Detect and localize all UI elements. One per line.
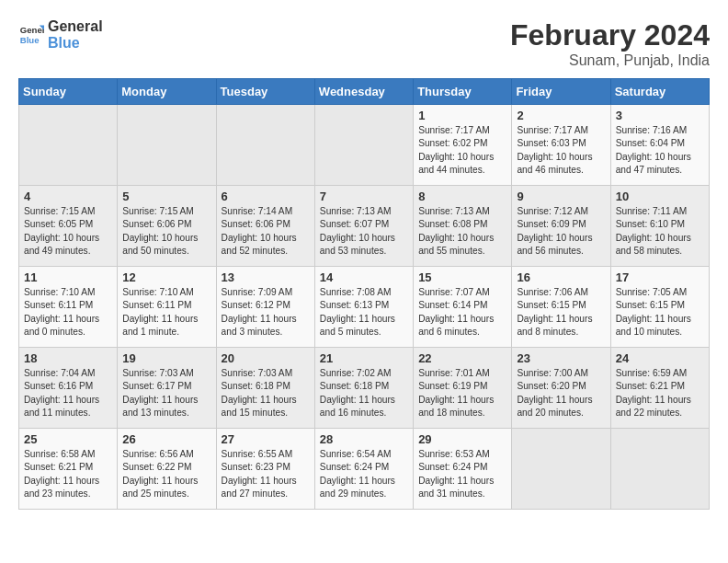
day-content: Sunrise: 6:55 AM Sunset: 6:23 PM Dayligh…: [222, 448, 310, 500]
day-content: Sunrise: 6:59 AM Sunset: 6:21 PM Dayligh…: [616, 367, 704, 419]
column-header-wednesday: Wednesday: [314, 79, 413, 105]
title-block: February 2024 Sunam, Punjab, India: [510, 18, 710, 69]
day-number: 23: [517, 351, 605, 365]
calendar-cell: [19, 105, 118, 186]
day-content: Sunrise: 7:09 AM Sunset: 6:12 PM Dayligh…: [222, 286, 310, 339]
day-content: Sunrise: 7:17 AM Sunset: 6:02 PM Dayligh…: [418, 124, 506, 177]
column-header-thursday: Thursday: [414, 79, 512, 105]
calendar-cell: [314, 105, 413, 186]
calendar-cell: 16Sunrise: 7:06 AM Sunset: 6:15 PM Dayli…: [512, 267, 610, 348]
day-number: 10: [616, 190, 704, 203]
calendar-cell: 25Sunrise: 6:58 AM Sunset: 6:21 PM Dayli…: [19, 429, 118, 510]
column-header-tuesday: Tuesday: [216, 79, 314, 105]
day-number: 24: [616, 351, 704, 365]
day-number: 3: [616, 109, 704, 122]
day-number: 27: [222, 432, 310, 446]
calendar-header-row: SundayMondayTuesdayWednesdayThursdayFrid…: [19, 79, 710, 105]
day-number: 1: [418, 109, 506, 122]
calendar-cell: 27Sunrise: 6:55 AM Sunset: 6:23 PM Dayli…: [216, 429, 314, 510]
day-content: Sunrise: 7:17 AM Sunset: 6:03 PM Dayligh…: [517, 124, 605, 177]
calendar-cell: 3Sunrise: 7:16 AM Sunset: 6:04 PM Daylig…: [610, 105, 709, 186]
day-content: Sunrise: 6:53 AM Sunset: 6:24 PM Dayligh…: [418, 448, 506, 500]
day-number: 28: [320, 432, 408, 446]
day-content: Sunrise: 7:05 AM Sunset: 6:15 PM Dayligh…: [616, 286, 704, 339]
calendar-cell: 9Sunrise: 7:12 AM Sunset: 6:09 PM Daylig…: [512, 186, 610, 267]
calendar-cell: 23Sunrise: 7:00 AM Sunset: 6:20 PM Dayli…: [512, 348, 610, 429]
day-number: 25: [24, 432, 112, 446]
calendar-table: SundayMondayTuesdayWednesdayThursdayFrid…: [18, 78, 710, 510]
calendar-week-row: 25Sunrise: 6:58 AM Sunset: 6:21 PM Dayli…: [19, 429, 710, 510]
calendar-cell: 22Sunrise: 7:01 AM Sunset: 6:19 PM Dayli…: [414, 348, 512, 429]
subtitle: Sunam, Punjab, India: [510, 52, 710, 69]
day-number: 15: [418, 270, 506, 284]
day-content: Sunrise: 7:03 AM Sunset: 6:18 PM Dayligh…: [222, 367, 310, 419]
day-content: Sunrise: 7:13 AM Sunset: 6:08 PM Dayligh…: [418, 205, 506, 258]
main-title: February 2024: [510, 18, 710, 52]
day-number: 5: [122, 190, 210, 203]
day-number: 13: [222, 270, 310, 284]
calendar-cell: 17Sunrise: 7:05 AM Sunset: 6:15 PM Dayli…: [610, 267, 709, 348]
calendar-cell: 15Sunrise: 7:07 AM Sunset: 6:14 PM Dayli…: [414, 267, 512, 348]
day-content: Sunrise: 7:14 AM Sunset: 6:06 PM Dayligh…: [222, 205, 310, 258]
day-content: Sunrise: 7:15 AM Sunset: 6:06 PM Dayligh…: [122, 205, 210, 258]
calendar-cell: 8Sunrise: 7:13 AM Sunset: 6:08 PM Daylig…: [414, 186, 512, 267]
calendar-week-row: 1Sunrise: 7:17 AM Sunset: 6:02 PM Daylig…: [19, 105, 710, 186]
calendar-week-row: 18Sunrise: 7:04 AM Sunset: 6:16 PM Dayli…: [19, 348, 710, 429]
day-number: 8: [418, 190, 506, 203]
day-content: Sunrise: 7:03 AM Sunset: 6:17 PM Dayligh…: [122, 367, 210, 419]
day-content: Sunrise: 6:58 AM Sunset: 6:21 PM Dayligh…: [24, 448, 112, 500]
day-content: Sunrise: 7:12 AM Sunset: 6:09 PM Dayligh…: [517, 205, 605, 258]
calendar-cell: 6Sunrise: 7:14 AM Sunset: 6:06 PM Daylig…: [216, 186, 314, 267]
calendar-cell: 4Sunrise: 7:15 AM Sunset: 6:05 PM Daylig…: [19, 186, 118, 267]
day-content: Sunrise: 7:02 AM Sunset: 6:18 PM Dayligh…: [320, 367, 408, 419]
calendar-cell: [610, 429, 709, 510]
logo-line2: Blue: [48, 35, 103, 52]
day-number: 6: [222, 190, 310, 203]
day-number: 11: [24, 270, 112, 284]
calendar-week-row: 11Sunrise: 7:10 AM Sunset: 6:11 PM Dayli…: [19, 267, 710, 348]
calendar-cell: 18Sunrise: 7:04 AM Sunset: 6:16 PM Dayli…: [19, 348, 118, 429]
calendar-cell: 26Sunrise: 6:56 AM Sunset: 6:22 PM Dayli…: [118, 429, 216, 510]
day-number: 22: [418, 351, 506, 365]
calendar-cell: 21Sunrise: 7:02 AM Sunset: 6:18 PM Dayli…: [314, 348, 413, 429]
column-header-monday: Monday: [118, 79, 216, 105]
day-number: 12: [122, 270, 210, 284]
day-content: Sunrise: 7:07 AM Sunset: 6:14 PM Dayligh…: [418, 286, 506, 339]
column-header-friday: Friday: [512, 79, 610, 105]
day-number: 21: [320, 351, 408, 365]
day-number: 26: [122, 432, 210, 446]
column-header-saturday: Saturday: [610, 79, 709, 105]
day-content: Sunrise: 7:08 AM Sunset: 6:13 PM Dayligh…: [320, 286, 408, 339]
logo-line1: General: [48, 18, 103, 35]
day-number: 14: [320, 270, 408, 284]
day-content: Sunrise: 7:11 AM Sunset: 6:10 PM Dayligh…: [616, 205, 704, 258]
day-number: 2: [517, 109, 605, 122]
calendar-cell: 20Sunrise: 7:03 AM Sunset: 6:18 PM Dayli…: [216, 348, 314, 429]
calendar-cell: 24Sunrise: 6:59 AM Sunset: 6:21 PM Dayli…: [610, 348, 709, 429]
day-content: Sunrise: 7:10 AM Sunset: 6:11 PM Dayligh…: [122, 286, 210, 339]
calendar-cell: 28Sunrise: 6:54 AM Sunset: 6:24 PM Dayli…: [314, 429, 413, 510]
calendar-cell: 19Sunrise: 7:03 AM Sunset: 6:17 PM Dayli…: [118, 348, 216, 429]
day-content: Sunrise: 6:56 AM Sunset: 6:22 PM Dayligh…: [122, 448, 210, 500]
calendar-cell: 13Sunrise: 7:09 AM Sunset: 6:12 PM Dayli…: [216, 267, 314, 348]
day-number: 16: [517, 270, 605, 284]
day-number: 18: [24, 351, 112, 365]
calendar-cell: 11Sunrise: 7:10 AM Sunset: 6:11 PM Dayli…: [19, 267, 118, 348]
day-number: 29: [418, 432, 506, 446]
day-content: Sunrise: 7:13 AM Sunset: 6:07 PM Dayligh…: [320, 205, 408, 258]
calendar-cell: 2Sunrise: 7:17 AM Sunset: 6:03 PM Daylig…: [512, 105, 610, 186]
day-content: Sunrise: 7:10 AM Sunset: 6:11 PM Dayligh…: [24, 286, 112, 339]
calendar-cell: [118, 105, 216, 186]
day-number: 7: [320, 190, 408, 203]
calendar-cell: 10Sunrise: 7:11 AM Sunset: 6:10 PM Dayli…: [610, 186, 709, 267]
column-header-sunday: Sunday: [19, 79, 118, 105]
day-number: 4: [24, 190, 112, 203]
svg-text:Blue: Blue: [20, 34, 40, 44]
calendar-cell: 1Sunrise: 7:17 AM Sunset: 6:02 PM Daylig…: [414, 105, 512, 186]
day-content: Sunrise: 7:01 AM Sunset: 6:19 PM Dayligh…: [418, 367, 506, 419]
calendar-cell: 5Sunrise: 7:15 AM Sunset: 6:06 PM Daylig…: [118, 186, 216, 267]
day-content: Sunrise: 7:15 AM Sunset: 6:05 PM Dayligh…: [24, 205, 112, 258]
day-content: Sunrise: 6:54 AM Sunset: 6:24 PM Dayligh…: [320, 448, 408, 500]
day-content: Sunrise: 7:00 AM Sunset: 6:20 PM Dayligh…: [517, 367, 605, 419]
day-number: 9: [517, 190, 605, 203]
